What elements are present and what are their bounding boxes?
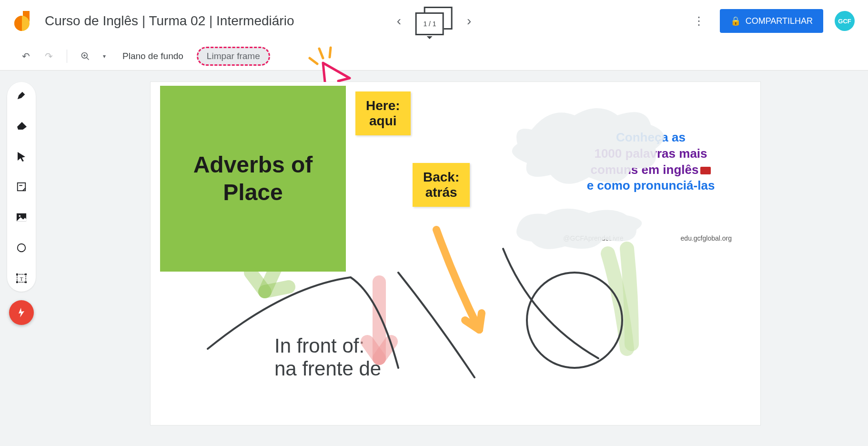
promo-line3: comuns em inglês	[591, 162, 699, 177]
svg-rect-16	[16, 274, 18, 275]
promo-line2: 1000 palavras mais	[594, 146, 707, 161]
promo-handle: @GCFAprendeLivre	[563, 234, 623, 242]
svg-line-7	[319, 49, 323, 58]
frame-counter: 1 / 1	[415, 12, 444, 35]
svg-rect-17	[25, 274, 27, 275]
prev-frame-button[interactable]: ‹	[392, 10, 406, 31]
infront-line1: In front of:	[274, 334, 364, 357]
promo-url: edu.gcfglobal.org	[681, 234, 732, 242]
toolbar: ↶ ↷ ▾ Plano de fundo Limpar frame	[0, 42, 868, 71]
share-button[interactable]: 🔒 COMPARTILHAR	[720, 9, 823, 33]
background-button[interactable]: Plano de fundo	[115, 47, 191, 65]
frame-navigator: ‹ 1 / 1 ›	[392, 7, 476, 35]
promo-footer: @GCFAprendeLivre edu.gcfglobal.org	[563, 234, 732, 242]
svg-rect-18	[16, 281, 18, 283]
zoom-button[interactable]	[77, 48, 94, 65]
promo-line1: Conheça as	[616, 130, 686, 144]
svg-line-27	[479, 313, 482, 330]
header-bar: Curso de Inglês | Turma 02 | Intermediár…	[0, 0, 868, 42]
select-tool[interactable]	[15, 150, 28, 163]
canvas-viewport: Adverbs of Place Here: aqui Back: atrás …	[43, 71, 868, 446]
svg-text:T: T	[20, 276, 23, 282]
content-area: T Adverbs of Place Here: aqui Back: atrá…	[0, 71, 868, 446]
lock-icon: 🔒	[730, 16, 741, 26]
redo-button[interactable]: ↷	[40, 48, 57, 65]
sticky-note-tool[interactable]	[15, 180, 28, 193]
text-box-tool[interactable]: T	[15, 272, 28, 285]
promo-line4: e como pronunciá-las	[587, 178, 715, 193]
infront-text[interactable]: In front of: na frente de	[274, 334, 381, 380]
share-label: COMPARTILHAR	[746, 16, 813, 26]
svg-line-3	[87, 57, 89, 60]
svg-point-13	[18, 244, 26, 252]
whiteboard-canvas[interactable]: Adverbs of Place Here: aqui Back: atrás …	[151, 82, 760, 425]
svg-point-12	[19, 215, 21, 217]
infront-line2: na frente de	[274, 357, 381, 380]
clear-frame-button[interactable]: Limpar frame	[197, 47, 270, 66]
note-here-line1: Here:	[366, 98, 400, 113]
svg-line-26	[465, 320, 479, 330]
image-tool[interactable]	[15, 211, 28, 224]
title-card[interactable]: Adverbs of Place	[160, 86, 346, 272]
eraser-tool[interactable]	[15, 119, 28, 132]
undo-button[interactable]: ↶	[17, 48, 34, 65]
frame-indicator[interactable]: 1 / 1	[415, 7, 453, 35]
more-options-button[interactable]: ⋮	[689, 10, 708, 31]
toolbar-separator	[67, 50, 67, 63]
svg-line-8	[330, 48, 331, 57]
next-frame-button[interactable]: ›	[462, 10, 476, 31]
sticky-note-here[interactable]: Here: aqui	[355, 91, 411, 135]
note-back-line1: Back:	[423, 170, 459, 184]
zoom-dropdown[interactable]: ▾	[100, 48, 109, 65]
pen-tool[interactable]	[15, 89, 28, 102]
side-toolbar: T	[0, 71, 43, 446]
svg-rect-19	[25, 281, 27, 283]
svg-point-28	[527, 273, 622, 368]
svg-line-21	[251, 273, 265, 292]
shape-tool[interactable]	[15, 241, 28, 254]
svg-line-22	[265, 287, 289, 292]
note-here-line2: aqui	[369, 113, 397, 128]
svg-line-6	[310, 58, 317, 64]
flag-icon	[700, 167, 711, 174]
app-logo	[13, 11, 33, 31]
document-title[interactable]: Curso de Inglês | Turma 02 | Intermediár…	[45, 13, 294, 29]
promo-text[interactable]: Conheça as 1000 palavras mais comuns em …	[560, 130, 741, 194]
user-avatar[interactable]: GCF	[835, 11, 855, 31]
sticky-note-back[interactable]: Back: atrás	[413, 163, 470, 207]
laser-pointer-fab[interactable]	[9, 300, 34, 325]
tool-palette: T	[7, 82, 36, 292]
note-back-line2: atrás	[425, 185, 457, 200]
